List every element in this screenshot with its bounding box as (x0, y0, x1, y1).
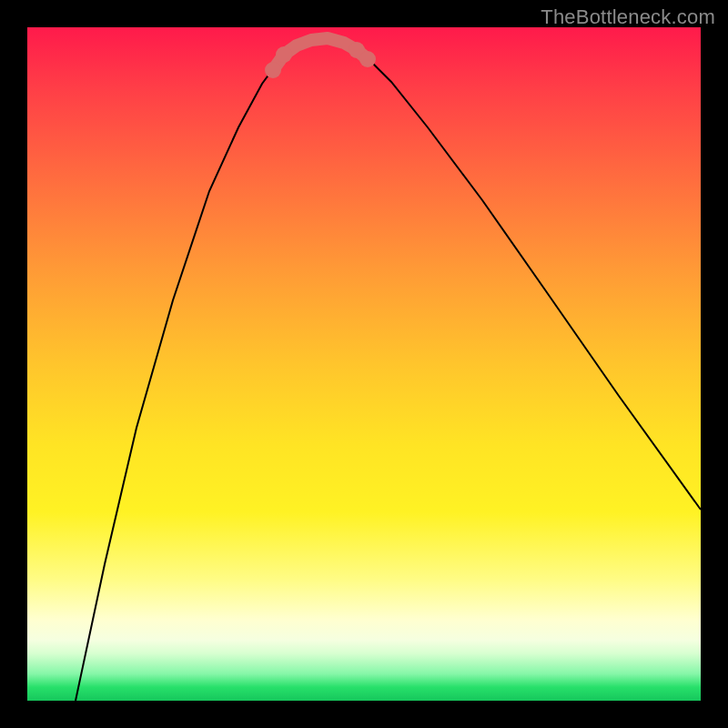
chart-plot-area (27, 27, 701, 701)
optimal-dot (265, 62, 281, 78)
optimal-dot (276, 46, 292, 63)
watermark-text: TheBottleneck.com (541, 5, 715, 29)
bottleneck-curve (76, 38, 701, 701)
optimal-dot (359, 51, 376, 67)
chart-svg (27, 27, 701, 701)
chart-frame: TheBottleneck.com (0, 0, 728, 728)
